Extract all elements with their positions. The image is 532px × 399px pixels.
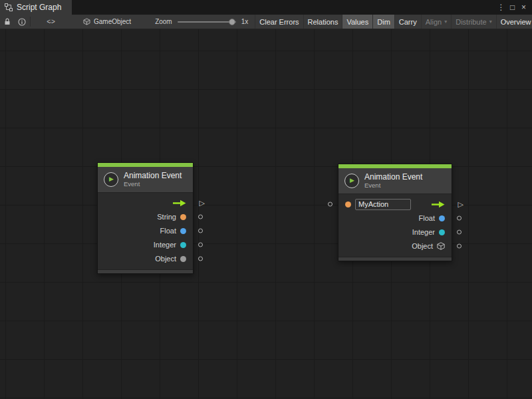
port-label-integer: Integer: [412, 228, 435, 236]
zoom-slider[interactable]: [178, 17, 236, 27]
graph-toolbar: <∙> GameObject Zoom 1x Clear Errors Rela…: [0, 15, 532, 29]
info-icon: [18, 18, 26, 26]
node-footer: [338, 257, 452, 261]
lock-icon: [4, 18, 11, 25]
tab-script-graph[interactable]: Script Graph: [0, 0, 72, 15]
output-row-string: String: [98, 210, 193, 224]
node-footer: [98, 269, 193, 273]
float-output-port[interactable]: [457, 216, 462, 221]
overview-button[interactable]: Overview: [496, 15, 532, 29]
node-subtitle: Event: [124, 180, 182, 188]
output-row-object: Object: [98, 252, 193, 266]
output-row-integer: Integer: [338, 225, 452, 239]
output-row-object: Object: [338, 239, 452, 253]
integer-port-dot: [180, 242, 186, 248]
flow-output-port[interactable]: ▷: [458, 201, 464, 208]
zoom-slider-track: [178, 21, 236, 23]
node-body: ▷ Float Integer Object: [338, 194, 452, 257]
event-icon: ▶: [344, 174, 359, 188]
gameobject-label: GameObject: [94, 18, 131, 25]
string-port-dot: [345, 201, 351, 207]
window-controls: ⋮ □ ×: [496, 0, 532, 15]
object-cube-icon: [437, 242, 445, 250]
flow-arrow-icon: [173, 200, 186, 207]
node-header[interactable]: ▶ Animation Event Event: [98, 167, 193, 193]
zoom-control: Zoom 1x: [151, 15, 252, 29]
lock-button[interactable]: [0, 15, 15, 29]
output-row-float: Float: [338, 211, 452, 225]
string-port-dot: [180, 214, 186, 220]
inspect-button[interactable]: <∙>: [43, 15, 58, 29]
toolbar-buttons: Clear Errors Relations Values Dim Carry …: [255, 15, 532, 29]
flow-arrow-icon: [432, 201, 445, 208]
chevron-down-icon: ▾: [444, 19, 447, 25]
node-titles: Animation Event Event: [124, 171, 182, 188]
align-button[interactable]: Align ▾: [421, 15, 451, 29]
dim-button[interactable]: Dim: [372, 15, 394, 29]
values-button[interactable]: Values: [342, 15, 372, 29]
port-label-object: Object: [155, 255, 176, 263]
node-titles: Animation Event Event: [364, 172, 422, 190]
output-row-float: Float: [98, 224, 193, 238]
port-label-integer: Integer: [154, 241, 176, 249]
zoom-slider-handle[interactable]: [229, 19, 235, 25]
chevron-down-icon: ▾: [489, 19, 492, 25]
integer-output-port[interactable]: [457, 230, 462, 235]
port-label-float: Float: [160, 227, 176, 235]
info-button[interactable]: [15, 15, 29, 29]
close-button[interactable]: ×: [519, 0, 529, 15]
float-port-dot: [180, 228, 186, 234]
node-subtitle: Event: [364, 182, 422, 189]
gameobject-icon: [83, 18, 90, 25]
port-label-float: Float: [419, 214, 435, 222]
flow-output-row: ▷: [98, 196, 193, 210]
object-port-dot: [180, 256, 186, 262]
clear-errors-button[interactable]: Clear Errors: [255, 15, 303, 29]
tab-label: Script Graph: [17, 3, 61, 12]
object-output-port[interactable]: [198, 257, 203, 261]
node-animation-event-1[interactable]: ▶ Animation Event Event ▷ String Float: [97, 162, 194, 274]
node-title: Animation Event: [364, 172, 422, 182]
graph-icon: [5, 3, 13, 11]
window-titlebar: Script Graph ⋮ □ ×: [0, 0, 532, 15]
action-input-row: ▷: [338, 198, 452, 211]
event-icon: ▶: [104, 172, 118, 187]
port-label-string: String: [157, 213, 176, 221]
action-name-input[interactable]: [355, 199, 411, 210]
code-icon: <∙>: [47, 18, 54, 25]
string-output-port[interactable]: [198, 215, 203, 219]
node-title: Animation Event: [124, 171, 182, 180]
integer-output-port[interactable]: [198, 243, 203, 247]
float-port-dot: [439, 215, 445, 221]
port-label-object: Object: [412, 242, 433, 250]
float-output-port[interactable]: [198, 229, 203, 233]
gameobject-target-button[interactable]: GameObject: [78, 15, 136, 29]
carry-button[interactable]: Carry: [394, 15, 421, 29]
string-input-port[interactable]: [328, 202, 332, 207]
output-row-integer: Integer: [98, 238, 193, 252]
toolbar-separator: [30, 17, 31, 27]
node-body: ▷ String Float Integer Object: [98, 193, 193, 269]
node-header[interactable]: ▶ Animation Event Event: [338, 168, 452, 194]
zoom-value: 1x: [241, 18, 249, 25]
play-icon: ▶: [350, 178, 354, 184]
play-icon: ▶: [109, 176, 114, 182]
graph-canvas[interactable]: ▶ Animation Event Event ▷ String Float: [0, 29, 532, 399]
relations-button[interactable]: Relations: [303, 15, 342, 29]
node-animation-event-2[interactable]: ▶ Animation Event Event ▷ Float: [338, 164, 452, 261]
integer-port-dot: [439, 229, 445, 235]
object-output-port[interactable]: [457, 244, 462, 249]
window-menu-button[interactable]: ⋮: [496, 0, 506, 15]
maximize-button[interactable]: □: [507, 0, 517, 15]
flow-output-port[interactable]: ▷: [200, 200, 205, 207]
zoom-label: Zoom: [155, 18, 172, 25]
distribute-button[interactable]: Distribute ▾: [451, 15, 495, 29]
